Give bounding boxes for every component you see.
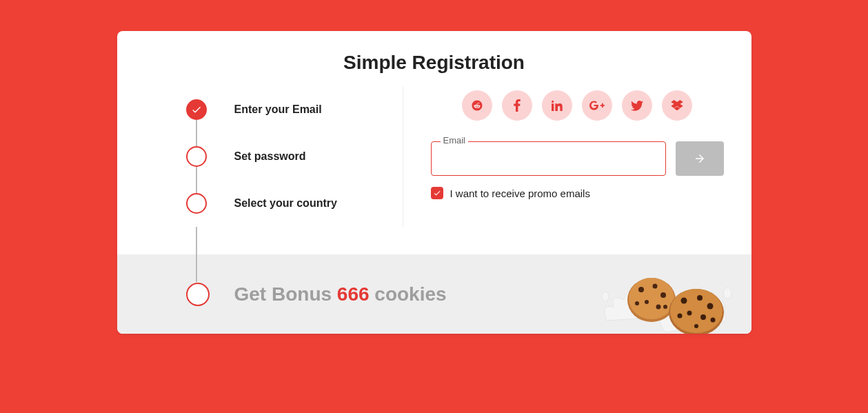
svg-point-18 bbox=[700, 314, 706, 320]
svg-point-14 bbox=[680, 298, 687, 304]
facebook-icon bbox=[514, 99, 521, 112]
reddit-button[interactable] bbox=[462, 90, 492, 121]
step-label: Enter your Email bbox=[234, 103, 322, 116]
bonus-step-indicator bbox=[186, 283, 210, 306]
bonus-footer: Get Bonus 666 cookies bbox=[117, 254, 751, 334]
step-password: Set password bbox=[186, 133, 403, 180]
email-input[interactable] bbox=[431, 141, 666, 176]
bonus-amount: 666 bbox=[337, 283, 370, 305]
svg-point-15 bbox=[697, 295, 703, 301]
bonus-text: Get Bonus 666 cookies bbox=[234, 283, 447, 305]
registration-card: Simple Registration Enter your Email Set… bbox=[117, 31, 751, 334]
promo-checkbox-label: I want to receive promo emails bbox=[450, 188, 590, 199]
step-country: Select your country bbox=[186, 180, 403, 227]
dropbox-icon bbox=[671, 100, 683, 111]
svg-point-0 bbox=[602, 292, 609, 301]
svg-point-10 bbox=[635, 301, 639, 305]
svg-point-6 bbox=[652, 284, 657, 289]
bonus-prefix: Get Bonus bbox=[234, 283, 337, 305]
facebook-button[interactable] bbox=[502, 90, 532, 121]
check-icon bbox=[433, 189, 441, 197]
reddit-icon bbox=[471, 99, 483, 112]
step-connector bbox=[196, 227, 197, 282]
google-plus-button[interactable] bbox=[582, 90, 612, 121]
email-field-wrapper: Email bbox=[431, 141, 666, 176]
dropbox-button[interactable] bbox=[662, 90, 692, 121]
step-indicator-active bbox=[186, 99, 207, 120]
linkedin-button[interactable] bbox=[542, 90, 572, 121]
twitter-button[interactable] bbox=[622, 90, 652, 121]
svg-point-9 bbox=[656, 305, 660, 310]
svg-point-1 bbox=[723, 288, 731, 299]
check-icon bbox=[191, 104, 202, 115]
page-title: Simple Registration bbox=[117, 31, 751, 86]
steps-panel: Enter your Email Set password Select you… bbox=[117, 86, 403, 227]
cookies-image bbox=[593, 255, 738, 334]
email-label: Email bbox=[441, 135, 469, 145]
linkedin-icon bbox=[552, 100, 563, 111]
svg-point-7 bbox=[660, 292, 666, 298]
svg-point-20 bbox=[710, 318, 715, 323]
promo-checkbox-row: I want to receive promo emails bbox=[431, 187, 724, 199]
svg-point-19 bbox=[677, 314, 682, 319]
step-indicator bbox=[186, 193, 207, 214]
twitter-icon bbox=[631, 101, 643, 111]
step-label: Select your country bbox=[234, 197, 337, 210]
step-indicator bbox=[186, 146, 207, 167]
svg-point-16 bbox=[707, 303, 713, 310]
submit-button[interactable] bbox=[676, 141, 724, 176]
card-body: Enter your Email Set password Select you… bbox=[117, 86, 751, 254]
svg-point-17 bbox=[687, 311, 692, 316]
form-panel: Email I want to receive promo emails bbox=[403, 86, 751, 227]
svg-point-21 bbox=[694, 324, 698, 328]
step-email: Enter your Email bbox=[186, 86, 403, 133]
social-login-row bbox=[431, 90, 724, 121]
svg-point-4 bbox=[629, 278, 674, 319]
google-plus-icon bbox=[589, 101, 605, 110]
svg-point-8 bbox=[645, 300, 649, 304]
arrow-right-icon bbox=[694, 152, 706, 165]
svg-point-5 bbox=[638, 287, 644, 292]
step-label: Set password bbox=[234, 150, 306, 163]
bonus-suffix: cookies bbox=[370, 283, 447, 305]
svg-point-11 bbox=[663, 305, 667, 309]
promo-checkbox[interactable] bbox=[431, 187, 443, 199]
email-input-row: Email bbox=[431, 141, 724, 176]
